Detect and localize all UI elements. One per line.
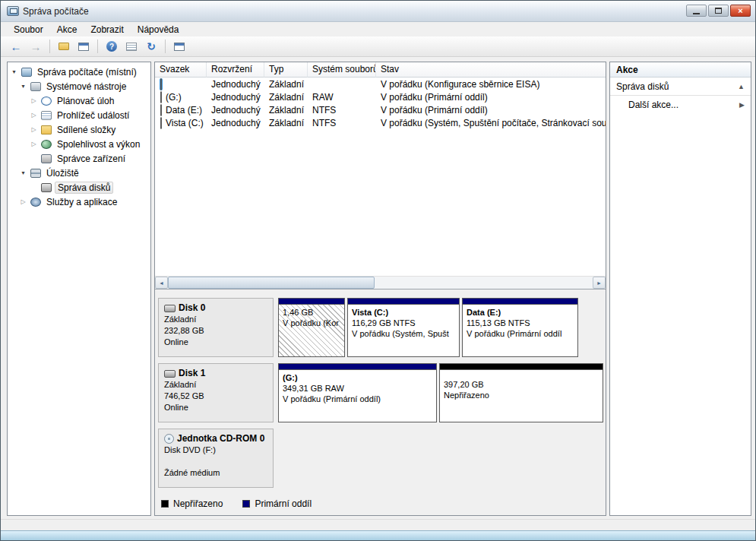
partition-vista-c[interactable]: Vista (C:) 116,29 GB NTFS V pořádku (Sys… <box>347 298 460 357</box>
volume-filesystem: RAW <box>308 92 376 103</box>
refresh-icon[interactable]: ↻ <box>142 39 160 55</box>
collapse-icon[interactable] <box>19 83 27 90</box>
primary-partition-bar <box>279 299 344 305</box>
partition-data-e[interactable]: Data (E:) 115,13 GB NTFS V pořádku (Prim… <box>462 298 578 357</box>
cdrom-media: Disk DVD (F:) <box>164 445 267 456</box>
window-glyph <box>174 43 185 51</box>
more-actions-item[interactable]: Další akce... ▶ <box>610 96 751 114</box>
expand-icon[interactable] <box>30 112 38 119</box>
tree-item-shared-folders[interactable]: Sdílené složky <box>8 122 150 137</box>
expand-icon[interactable] <box>30 97 38 104</box>
services-icon <box>30 198 41 207</box>
minimize-icon <box>693 13 700 14</box>
tree-item-event-viewer[interactable]: Prohlížeč událostí <box>8 108 150 122</box>
volume-row-g[interactable]: (G:) Jednoduchý Základní RAW V pořádku (… <box>155 90 606 103</box>
volume-status: V pořádku (Systém, Spuštění počítače, St… <box>376 118 606 128</box>
tree-item-reliability-performance[interactable]: Spolehlivost a výkon <box>8 137 150 151</box>
device-manager-icon <box>41 154 52 163</box>
scrollbar-track[interactable] <box>168 277 593 289</box>
list-glyph <box>126 43 137 51</box>
volume-icon-wrap <box>160 104 163 116</box>
disk1-row: Disk 1 Základní 746,52 GB Online (G:) 34… <box>158 363 603 422</box>
action-pane-toggle-icon[interactable] <box>170 39 188 55</box>
tree-item-device-manager[interactable]: Správce zařízení <box>8 151 150 166</box>
menu-soubor[interactable]: Soubor <box>7 23 50 36</box>
collapse-icon[interactable] <box>19 169 27 176</box>
collapse-icon[interactable] <box>10 68 18 75</box>
tree-item-storage[interactable]: Úložiště <box>8 166 150 180</box>
forward-arrow-glyph: → <box>30 40 42 53</box>
forward-icon[interactable]: → <box>27 39 45 55</box>
legend: Nepřiřazeno Primární oddíl <box>161 498 312 509</box>
cdrom-row: Jednotka CD-ROM 0 Disk DVD (F:) Žádné mé… <box>158 429 603 488</box>
column-header-rozvrzeni[interactable]: Rozvržení <box>207 62 264 78</box>
scroll-right-button[interactable]: ► <box>593 277 606 289</box>
menu-zobrazit[interactable]: Zobrazit <box>84 23 130 36</box>
tree-item-services-applications[interactable]: Služby a aplikace <box>8 195 150 209</box>
titlebar[interactable]: Správa počítače × <box>1 1 755 22</box>
column-header-typ[interactable]: Typ <box>264 62 308 78</box>
volume-icon <box>160 104 162 116</box>
legend-primary-partition: Primární oddíl <box>242 498 312 509</box>
partition-g[interactable]: (G:) 349,31 GB RAW V pořádku (Primární o… <box>278 363 437 422</box>
actions-section-disk-management[interactable]: Správa disků ▲ <box>610 78 751 96</box>
horizontal-scrollbar[interactable]: ◄ ► <box>155 276 606 289</box>
window-title: Správa počítače <box>23 6 89 17</box>
expand-icon[interactable] <box>30 126 38 133</box>
partition-eisa[interactable]: 1,46 GB V pořádku (Kor <box>278 298 345 357</box>
tree-item-task-scheduler[interactable]: Plánovač úloh <box>8 93 150 108</box>
toolbar-separator <box>49 40 50 53</box>
column-header-system-souboru[interactable]: Systém souborů <box>308 62 376 78</box>
disk0-header[interactable]: Disk 0 Základní 232,88 GB Online <box>158 298 274 357</box>
volume-icon-selected <box>160 78 163 90</box>
export-list-icon[interactable] <box>122 39 141 55</box>
tree-item-system-tools[interactable]: Systémové nástroje <box>8 79 150 93</box>
question-glyph: ? <box>106 41 117 52</box>
disk1-header[interactable]: Disk 1 Základní 746,52 GB Online <box>158 363 274 422</box>
menu-napoveda[interactable]: Nápověda <box>131 23 186 36</box>
minimize-button[interactable] <box>686 5 707 17</box>
maximize-icon <box>715 8 722 14</box>
disk-status: Online <box>164 337 267 348</box>
scrollbar-thumb[interactable] <box>168 277 375 289</box>
disk1-partitions: (G:) 349,31 GB RAW V pořádku (Primární o… <box>274 363 603 422</box>
disk-type: Základní <box>164 379 267 391</box>
column-header-stav[interactable]: Stav <box>376 62 606 78</box>
primary-partition-bar <box>279 364 436 370</box>
menu-akce[interactable]: Akce <box>50 23 84 36</box>
computer-management-window: Správa počítače × Soubor Akce Zobrazit N… <box>0 0 756 541</box>
toolbar: ← → ? ↻ <box>1 36 755 57</box>
collapse-section-icon[interactable]: ▲ <box>738 83 745 90</box>
actions-section-label: Správa disků <box>616 81 669 92</box>
disk-name: Disk 1 <box>179 368 205 379</box>
tree-item-disk-management[interactable]: Správa disků <box>8 180 150 195</box>
primary-partition-bar <box>463 299 577 305</box>
disk-icon <box>164 370 176 378</box>
volume-row-vista-c[interactable]: Vista (C:) Jednoduchý Základní NTFS V po… <box>155 116 606 129</box>
volume-type: Základní <box>264 118 308 128</box>
up-level-icon[interactable] <box>55 39 73 55</box>
volume-layout: Jednoduchý <box>207 79 264 90</box>
partition-status: Nepřiřazeno <box>444 390 599 400</box>
tree-item-computer-management[interactable]: Správa počítače (místní) <box>8 65 150 79</box>
volume-row-eisa[interactable]: Jednoduchý Základní V pořádku (Konfigura… <box>155 78 606 90</box>
maximize-button[interactable] <box>708 5 729 17</box>
close-button[interactable]: × <box>730 5 751 17</box>
expand-icon[interactable] <box>30 141 38 147</box>
partition-unallocated[interactable]: 397,20 GB Nepřiřazeno <box>439 363 603 422</box>
tree-item-label: Sdílené složky <box>55 125 118 135</box>
expand-icon[interactable] <box>19 198 27 205</box>
console-tree-toggle-icon[interactable] <box>74 39 93 55</box>
partition-name: Data (E:) <box>467 307 574 318</box>
partition-name: (G:) <box>283 372 432 383</box>
volume-layout: Jednoduchý <box>207 105 264 115</box>
disk0-partitions: 1,46 GB V pořádku (Kor Vista (C:) 116,29… <box>274 298 603 357</box>
scroll-left-button[interactable]: ◄ <box>155 277 168 289</box>
cdrom-header[interactable]: Jednotka CD-ROM 0 Disk DVD (F:) Žádné mé… <box>158 429 274 488</box>
tree-item-label: Prohlížeč událostí <box>55 110 131 121</box>
back-icon[interactable]: ← <box>7 39 25 55</box>
volume-icon-wrap <box>160 117 163 129</box>
volume-row-data-e[interactable]: Data (E:) Jednoduchý Základní NTFS V poř… <box>155 103 606 116</box>
help-icon[interactable]: ? <box>103 39 121 55</box>
column-header-svazek[interactable]: Svazek <box>155 62 207 78</box>
